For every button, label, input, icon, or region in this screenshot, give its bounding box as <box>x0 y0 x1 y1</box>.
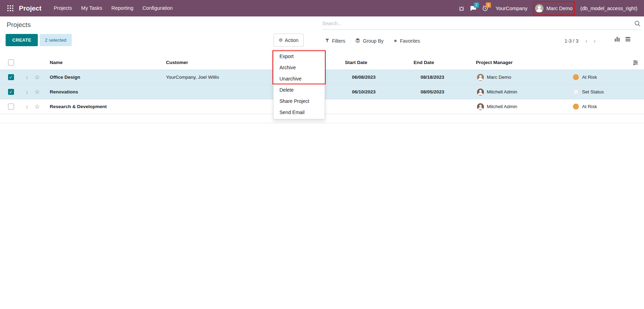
filters-label: Filters <box>332 38 345 44</box>
status-dot-icon[interactable] <box>573 89 579 95</box>
favorites-star-icon: ★ <box>393 38 397 43</box>
activities-badge: 1 <box>486 2 491 8</box>
status-cell[interactable]: Set Status <box>566 89 644 95</box>
project-manager-cell[interactable]: Mitchell Admin <box>476 103 566 110</box>
breadcrumb-page-title[interactable]: Projects <box>7 21 31 29</box>
search-options: Filters Group By ★ Favorites <box>325 35 420 47</box>
column-header-start-date[interactable]: Start Date <box>345 60 414 65</box>
main-menu: ProjectsMy TasksReportingConfiguration <box>49 0 177 16</box>
status-label: Set Status <box>582 89 604 94</box>
action-dropdown-button[interactable]: ⚙ Action <box>273 34 304 47</box>
manager-name: Marc Demo <box>487 75 511 80</box>
status-dot-icon[interactable] <box>573 104 579 110</box>
odoo-project-screen: Project ProjectsMy TasksReportingConfigu… <box>0 0 644 309</box>
status-dot-icon[interactable] <box>573 74 579 80</box>
pager-previous-icon[interactable]: ‹ <box>586 38 588 44</box>
action-button-label: Action <box>285 37 298 43</box>
pager-next-icon[interactable]: › <box>594 38 596 44</box>
menu-reporting[interactable]: Reporting <box>107 0 138 16</box>
column-header-end-date[interactable]: End Date <box>414 60 476 65</box>
create-button[interactable]: CREATE <box>6 34 38 46</box>
manager-avatar <box>477 89 484 96</box>
action-menu-item-delete[interactable]: Delete <box>273 84 325 96</box>
search-bar <box>322 17 642 30</box>
menu-projects[interactable]: Projects <box>49 0 76 16</box>
favorite-star-icon[interactable]: ☆ <box>32 73 42 81</box>
manager-avatar <box>477 74 484 81</box>
messages-badge: 2 <box>474 2 479 8</box>
group-by-button[interactable]: Group By <box>355 38 383 44</box>
pager-range: 1-3 / 3 <box>565 38 579 44</box>
db-label: (db_model_access_right) <box>580 6 637 11</box>
search-input[interactable] <box>322 21 633 26</box>
manager-name: Mitchell Admin <box>487 89 517 94</box>
kanban-view-icon[interactable] <box>614 36 620 42</box>
filters-button[interactable]: Filters <box>325 38 345 44</box>
favorite-star-icon[interactable]: ☆ <box>32 88 42 96</box>
end-date-cell[interactable]: 08/05/2023 <box>414 89 476 94</box>
action-menu-item-send-email[interactable]: Send Email <box>273 107 325 118</box>
status-label: At Risk <box>582 75 597 80</box>
optional-columns-icon[interactable] <box>632 59 639 66</box>
activities-clock-icon[interactable]: 1 <box>479 5 491 12</box>
menu-my-tasks[interactable]: My Tasks <box>77 0 107 16</box>
status-label: At Risk <box>582 104 597 109</box>
drag-handle-icon[interactable]: ↕ <box>22 104 32 110</box>
top-navbar: Project ProjectsMy TasksReportingConfigu… <box>0 0 644 16</box>
end-date-cell[interactable]: 08/18/2023 <box>414 75 476 80</box>
user-menu[interactable]: Marc Demo <box>535 4 573 13</box>
favorites-button[interactable]: ★ Favorites <box>393 38 420 44</box>
gear-icon: ⚙ <box>279 37 283 43</box>
row-checkbox[interactable] <box>8 104 14 110</box>
status-cell[interactable]: At Risk <box>566 104 644 110</box>
start-date-cell[interactable]: 06/08/2023 <box>345 75 414 80</box>
menu-configuration[interactable]: Configuration <box>138 0 177 16</box>
start-date-cell[interactable]: 06/10/2023 <box>345 89 414 94</box>
view-switcher <box>614 36 631 42</box>
favorite-star-icon[interactable]: ☆ <box>32 103 42 110</box>
messages-icon[interactable]: 2 <box>468 5 479 12</box>
group-by-label: Group By <box>363 38 383 44</box>
favorites-label: Favorites <box>400 38 420 44</box>
row-checkbox[interactable]: ✓ <box>8 89 14 95</box>
project-manager-cell[interactable]: Mitchell Admin <box>476 89 566 96</box>
project-name-cell[interactable]: Research & Development <box>42 104 166 109</box>
action-menu-item-archive[interactable]: Archive <box>273 62 325 73</box>
action-menu-item-export[interactable]: Export <box>273 51 325 62</box>
pager: 1-3 / 3 ‹ › <box>565 35 596 47</box>
drag-handle-icon[interactable]: ↕ <box>22 75 32 80</box>
column-header-project-manager[interactable]: Project Manager <box>476 60 566 65</box>
navbar-right: 2 1 YourCompany Marc Demo (db_model_acce… <box>456 4 642 13</box>
selection-count-badge[interactable]: 2 selected <box>40 34 72 46</box>
status-cell[interactable]: At Risk <box>566 74 644 80</box>
action-menu-item-unarchive[interactable]: Unarchive <box>273 73 325 84</box>
filter-funnel-icon <box>325 38 330 44</box>
select-all-checkbox[interactable] <box>8 59 14 65</box>
project-name-cell[interactable]: Renovations <box>42 89 166 94</box>
apps-grid-icon[interactable] <box>5 5 15 11</box>
action-dropdown-menu: ExportArchiveUnarchiveDeleteShare Projec… <box>273 49 325 119</box>
manager-name: Mitchell Admin <box>487 104 517 109</box>
search-icon[interactable] <box>633 20 642 27</box>
app-title[interactable]: Project <box>19 5 41 12</box>
project-manager-cell[interactable]: Marc Demo <box>476 74 566 81</box>
user-avatar <box>535 4 543 13</box>
company-switcher[interactable]: YourCompany <box>496 6 527 11</box>
column-header-name[interactable]: Name <box>42 60 166 65</box>
debug-bug-icon[interactable] <box>456 5 468 12</box>
user-name: Marc Demo <box>546 6 573 11</box>
manager-avatar <box>477 103 484 110</box>
action-menu-item-share-project[interactable]: Share Project <box>273 96 325 107</box>
project-name-cell[interactable]: Office Design <box>42 75 166 80</box>
row-checkbox[interactable]: ✓ <box>8 74 14 80</box>
drag-handle-icon[interactable]: ↕ <box>22 89 32 95</box>
layers-icon <box>355 38 360 44</box>
list-view-icon[interactable] <box>625 36 631 42</box>
